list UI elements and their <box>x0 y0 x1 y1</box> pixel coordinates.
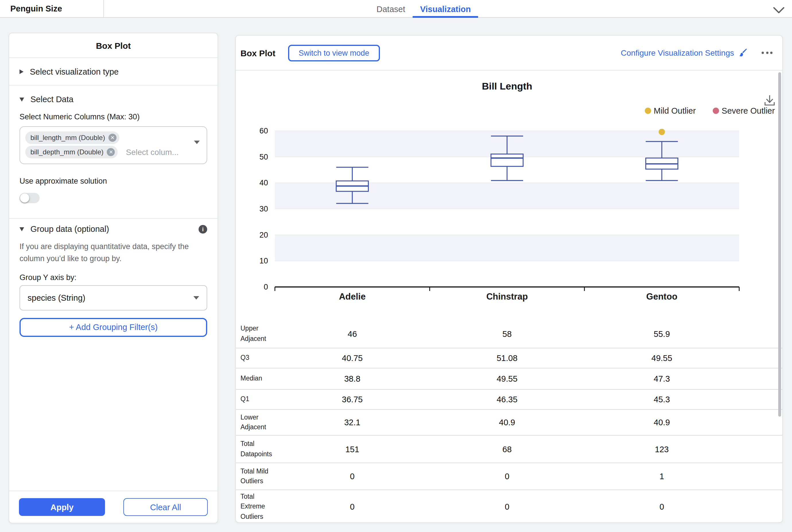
cell-value: 123 <box>627 444 696 454</box>
legend-label: Mild Outlier <box>654 106 696 115</box>
panel-title: Box Plot <box>9 33 218 58</box>
tab-dataset[interactable]: Dataset <box>369 0 413 18</box>
group-data-header[interactable]: Group data (optional) i <box>20 224 207 233</box>
y-tick-label: 30 <box>259 205 268 213</box>
table-row: Total Mild Outliers001 <box>236 462 782 490</box>
visualization-title: Box Plot <box>241 48 276 58</box>
group-help-text: If you are displaying quantitative data,… <box>20 241 207 265</box>
cell-value: 45.3 <box>627 395 696 404</box>
top-bar: Penguin Size Dataset Visualization <box>0 0 792 18</box>
cell-value: 49.55 <box>627 354 696 363</box>
main-tabs: Dataset Visualization <box>369 0 478 18</box>
toggle-knob <box>20 193 29 203</box>
group-y-label: Group Y axis by: <box>20 273 207 282</box>
scrollbar-thumb[interactable] <box>778 72 781 417</box>
select-data-header[interactable]: Select Data <box>20 95 207 104</box>
cell-value: 47.3 <box>627 374 696 383</box>
tab-visualization[interactable]: Visualization <box>413 0 478 18</box>
row-label: Q1 <box>236 394 276 404</box>
y-tick-label: 10 <box>259 256 268 265</box>
row-label: Lower Adjacent <box>236 412 276 432</box>
column-chip[interactable]: bill_length_mm (Double) ✕ <box>25 131 119 144</box>
remove-chip-icon[interactable]: ✕ <box>107 148 115 156</box>
chart-title: Bill Length <box>482 81 532 92</box>
add-grouping-filter-button[interactable]: + Add Grouping Filter(s) <box>20 318 207 337</box>
chevron-down-icon[interactable] <box>773 6 785 16</box>
table-row: Total Datapoints15168123 <box>236 435 782 462</box>
cell-value: 49.55 <box>473 374 542 383</box>
numeric-columns-multiselect[interactable]: bill_length_mm (Double) ✕ bill_depth_mm … <box>20 126 207 164</box>
stats-table: Upper Adjacent465855.9Q340.7551.0849.55M… <box>236 320 782 522</box>
outlier-point <box>659 129 665 135</box>
row-label: Upper Adjacent <box>236 324 276 344</box>
visualization-header: Box Plot Switch to view mode Configure V… <box>236 36 782 71</box>
approx-toggle[interactable] <box>20 193 40 203</box>
section-label: Select Data <box>31 95 73 104</box>
y-tick-label: 60 <box>259 127 268 135</box>
table-row: Q136.7546.3545.3 <box>236 389 782 409</box>
legend-label: Severe Outlier <box>722 106 775 115</box>
section-select-visualization-type[interactable]: Select visualization type <box>9 58 218 86</box>
cell-value: 151 <box>318 444 387 454</box>
cell-value: 40.75 <box>318 354 387 363</box>
row-label: Total Extreme Outliers <box>236 492 276 522</box>
expanded-arrow-icon <box>20 227 24 231</box>
cell-value: 40.9 <box>627 418 696 427</box>
approx-label: Use approximate solution <box>20 177 207 185</box>
download-icon <box>765 95 774 105</box>
visualization-panel: Box Plot Switch to view mode Configure V… <box>235 35 783 523</box>
cell-value: 38.8 <box>318 374 387 383</box>
cell-value: 0 <box>318 502 387 511</box>
column-chip[interactable]: bill_depth_mm (Double) ✕ <box>25 146 118 158</box>
legend-dot <box>713 108 719 114</box>
y-tick-label: 40 <box>259 178 268 187</box>
column-input-placeholder[interactable]: Select colum... <box>126 148 179 157</box>
cell-value: 46 <box>318 329 387 338</box>
y-tick-label: 20 <box>259 231 268 239</box>
cell-value: 40.9 <box>473 418 542 427</box>
row-label: Total Mild Outliers <box>236 467 276 487</box>
collapsed-arrow-icon <box>20 69 23 74</box>
configure-settings-link[interactable]: Configure Visualization Settings <box>621 48 734 57</box>
cell-value: 68 <box>473 444 542 454</box>
paintbrush-icon[interactable] <box>739 48 748 57</box>
x-category-label: Adelie <box>339 291 365 302</box>
y-tick-label: 0 <box>264 283 268 291</box>
expanded-arrow-icon <box>20 97 24 101</box>
table-row: Median38.849.5547.3 <box>236 368 782 389</box>
section-label: Select visualization type <box>30 67 119 76</box>
cell-value: 32.1 <box>318 418 387 427</box>
clear-all-button[interactable]: Clear All <box>124 498 208 516</box>
section-label: Group data (optional) <box>31 224 109 233</box>
table-row: Total Extreme Outliers000 <box>236 490 782 523</box>
table-row: Q340.7551.0849.55 <box>236 348 782 368</box>
more-menu-icon[interactable] <box>761 52 772 54</box>
switch-view-mode-button[interactable]: Switch to view mode <box>288 44 380 61</box>
x-category-label: Chinstrap <box>486 291 528 302</box>
cell-value: 0 <box>318 472 387 481</box>
row-label: Total Datapoints <box>236 439 276 459</box>
cell-value: 46.35 <box>473 395 542 404</box>
section-group-data: Group data (optional) i If you are displ… <box>9 218 218 491</box>
remove-chip-icon[interactable]: ✕ <box>109 134 116 142</box>
row-label: Q3 <box>236 353 276 363</box>
box-plot-chart: Bill Length0102030405060AdelieChinstrapG… <box>236 71 783 320</box>
y-tick-label: 50 <box>259 153 268 161</box>
cell-value: 58 <box>473 329 542 338</box>
cell-value: 0 <box>473 502 542 511</box>
table-row: Upper Adjacent465855.9 <box>236 320 782 348</box>
apply-button[interactable]: Apply <box>19 498 105 516</box>
info-icon[interactable]: i <box>199 225 207 233</box>
chip-label: bill_length_mm (Double) <box>31 134 105 142</box>
row-label: Median <box>236 374 276 384</box>
group-column-select[interactable]: species (String) <box>20 285 207 310</box>
legend-dot <box>645 108 651 114</box>
section-select-data: Select Data Select Numeric Columns (Max:… <box>9 86 218 218</box>
cell-value: 36.75 <box>318 395 387 404</box>
file-title: Penguin Size <box>0 0 104 17</box>
x-category-label: Gentoo <box>646 291 678 302</box>
dropdown-caret-icon[interactable] <box>194 144 200 154</box>
app: Penguin Size Dataset Visualization Box P… <box>0 0 792 532</box>
cell-value: 0 <box>473 472 542 481</box>
cell-value: 0 <box>627 502 696 511</box>
